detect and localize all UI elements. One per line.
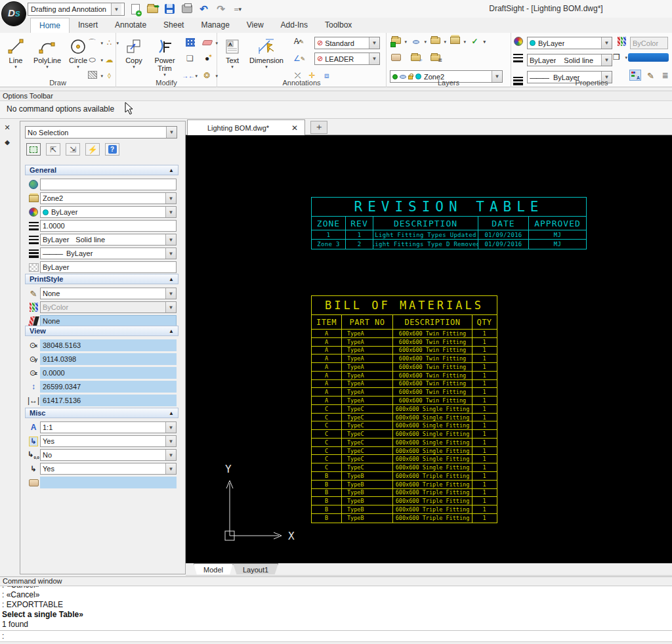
sheet-tab-layout1[interactable]: Layout1 bbox=[233, 563, 278, 574]
select-entities-button[interactable] bbox=[26, 143, 41, 156]
ucs-y-label: Y bbox=[225, 463, 232, 475]
annotation-scale-select[interactable]: 1:1▼ bbox=[40, 421, 177, 433]
undo-button[interactable]: ↶ bbox=[197, 3, 211, 16]
drawing-canvas[interactable]: REVISION TABLE ZONEREVDESCRIPTIONDATEAPP… bbox=[186, 135, 672, 563]
edit-annotation-icon[interactable]: A̷✎ bbox=[293, 37, 304, 47]
layer-preview-icon[interactable]: ▾ bbox=[410, 37, 421, 47]
tab-annotate[interactable]: Annotate bbox=[106, 18, 155, 33]
layer-check-icon[interactable]: ✓▾ bbox=[469, 37, 480, 47]
close-tab-icon[interactable]: ✕ bbox=[291, 123, 298, 133]
chevron-down-icon: ▾ bbox=[265, 64, 268, 69]
lineweight-preview-bar[interactable] bbox=[628, 53, 669, 62]
new-file-button[interactable]: + bbox=[129, 3, 142, 16]
dimension-button[interactable]: Dimension ▾ bbox=[246, 37, 287, 69]
polyline-button[interactable]: PolyLine ▾ bbox=[30, 37, 64, 69]
delete-tool-icon[interactable]: ▾ bbox=[201, 38, 213, 48]
layer-touch-icon[interactable] bbox=[390, 54, 402, 64]
line-color-select[interactable]: ByLayer ▼ bbox=[527, 37, 612, 49]
dimension-style-select[interactable]: ⊘ LEADER ▼ bbox=[314, 53, 380, 65]
table-row: 11Light Fitting Types Updated01/09/2016M… bbox=[312, 230, 586, 240]
command-input[interactable]: : bbox=[0, 632, 672, 641]
explode-tool-icon[interactable]: ●✶ bbox=[201, 54, 213, 64]
options-toolbar-message: No command options available bbox=[0, 101, 672, 119]
edit-length-icon[interactable]: ∠✎ bbox=[293, 54, 304, 64]
cell: A bbox=[312, 372, 342, 379]
ucs-icon-visible-select[interactable]: Yes▼ bbox=[40, 435, 177, 447]
cell: TypeA bbox=[342, 388, 393, 396]
selection-select[interactable]: No Selection ▼ bbox=[25, 126, 177, 139]
power-trim-button[interactable]: Power Trim ▾ bbox=[149, 37, 180, 77]
palette-close-icon[interactable]: ✕ bbox=[3, 123, 12, 132]
text-style-select[interactable]: ⊘ Standard ▼ bbox=[314, 37, 380, 49]
save-button[interactable] bbox=[163, 3, 177, 16]
open-file-button[interactable]: ➥ bbox=[146, 3, 159, 16]
options-toolbar-title: Options Toolbar bbox=[0, 91, 672, 101]
cell: 1 bbox=[472, 372, 496, 379]
cell: 1 bbox=[472, 489, 496, 497]
print-style-select[interactable]: None▼ bbox=[40, 288, 177, 299]
pattern-tool-icon[interactable] bbox=[184, 38, 196, 48]
command-history[interactable]: : «Cancel»: «Cancel»: EXPORTTABLESelect … bbox=[0, 586, 672, 630]
tab-add-ins[interactable]: Add-Ins bbox=[272, 18, 316, 33]
line-weight-icon bbox=[27, 248, 40, 259]
section-header-view[interactable]: View▲ bbox=[25, 326, 178, 336]
section-header-general[interactable]: General▲ bbox=[25, 165, 178, 175]
tab-sheet[interactable]: Sheet bbox=[155, 18, 192, 33]
tab-toolbox[interactable]: Toolbox bbox=[316, 18, 360, 33]
new-layer-icon[interactable]: ▾ bbox=[390, 37, 402, 47]
line-color-select[interactable]: ByLayer▼ bbox=[40, 206, 177, 218]
sheet-tab-model[interactable]: Model bbox=[194, 563, 233, 574]
line-style-select[interactable]: ByLayerSolid line▼ bbox=[40, 234, 177, 246]
line-button[interactable]: Line ▾ bbox=[3, 37, 29, 69]
transparency-field[interactable]: ByLayer bbox=[40, 261, 177, 273]
tab-manage[interactable]: Manage bbox=[192, 18, 238, 33]
draftsight-logo-icon[interactable]: Ds bbox=[1, 1, 26, 26]
help-button[interactable]: ? bbox=[105, 143, 119, 156]
name-field[interactable] bbox=[40, 179, 177, 190]
cell: C bbox=[312, 405, 342, 413]
palette-collapse-icon[interactable]: ◆ bbox=[3, 139, 12, 146]
line-weight-select[interactable]: ———ByLayer▼ bbox=[40, 247, 177, 259]
chevron-down-icon: ▾ bbox=[133, 64, 135, 69]
tab-view[interactable]: View bbox=[238, 18, 272, 33]
ucs-per-viewport-select[interactable]: Yes▼ bbox=[40, 463, 177, 475]
line-color-icon[interactable] bbox=[513, 37, 524, 47]
layer-states-icon[interactable]: ▾ bbox=[450, 37, 461, 47]
arc-tool-icon[interactable]: ⌒▾ bbox=[87, 38, 98, 48]
tab-home[interactable]: Home bbox=[30, 18, 70, 33]
cell: 600x600 Triple Fitting bbox=[393, 481, 472, 488]
layer-select[interactable]: Zone2▼ bbox=[40, 192, 177, 204]
workspace-select[interactable]: Drafting and Annotation ▼ bbox=[28, 3, 125, 16]
print-style-icon[interactable]: ❒▾ bbox=[611, 53, 622, 62]
document-tab-lighting-bom[interactable]: Lighting BOM.dwg* ✕ bbox=[187, 119, 305, 135]
ellipse-tool-icon[interactable]: ⬭▾ bbox=[87, 55, 98, 65]
point-tool-icon[interactable]: ∴▾ bbox=[104, 38, 115, 48]
new-document-tab-button[interactable]: ＋ bbox=[310, 121, 327, 134]
view-center-x-icon: ⊙x bbox=[27, 340, 40, 351]
select-add-button[interactable]: ⇱ bbox=[46, 143, 60, 156]
ucs-icon-origin-select[interactable]: No▼ bbox=[40, 449, 177, 461]
offset-tool-icon[interactable]: ❏ bbox=[184, 54, 196, 64]
redo-button[interactable]: ↷ bbox=[214, 3, 228, 16]
line-style-select[interactable]: ByLayer Solid line ▼ bbox=[527, 54, 612, 66]
layer-settings-icon[interactable]: ≣ bbox=[430, 54, 441, 64]
quick-select-button[interactable]: ⚡ bbox=[85, 143, 100, 156]
layer-search-icon[interactable]: ⌕ bbox=[410, 54, 421, 64]
layer-properties-icon[interactable]: ▾ bbox=[430, 37, 441, 47]
line-scale-field[interactable]: 1.0000 bbox=[40, 220, 177, 232]
line-style-icon[interactable] bbox=[513, 54, 524, 64]
print-button[interactable] bbox=[180, 3, 194, 16]
cell: 600x600 Twin Fitting bbox=[393, 330, 472, 337]
print-icon bbox=[182, 5, 192, 13]
revision-cloud-icon[interactable]: ☁ bbox=[104, 55, 115, 65]
table-row: Zone 32Light Fittings Type D Removed01/0… bbox=[312, 240, 586, 249]
copy-button[interactable]: Copy ▾ bbox=[121, 37, 146, 69]
cell: 1 bbox=[472, 414, 496, 421]
rich-line-color-icon[interactable] bbox=[616, 37, 627, 47]
section-header-printstyle[interactable]: PrintStyle▲ bbox=[25, 274, 178, 284]
customize-toolbar-button[interactable]: ═▾ bbox=[231, 3, 245, 16]
text-button[interactable]: A Text ▾ bbox=[221, 37, 243, 69]
select-remove-button[interactable]: ⇲ bbox=[66, 143, 80, 156]
section-header-misc[interactable]: Misc▲ bbox=[25, 408, 178, 418]
tab-insert[interactable]: Insert bbox=[70, 18, 106, 33]
